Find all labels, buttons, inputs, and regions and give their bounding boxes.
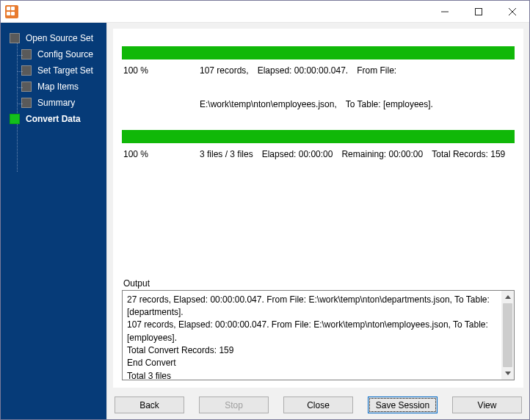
app-icon bbox=[5, 5, 18, 18]
sidebar-item-label: Config Source bbox=[37, 49, 93, 59]
chevron-down-icon bbox=[505, 372, 511, 375]
total-records: Total Records: 159 bbox=[432, 148, 505, 161]
button-row: Back Stop Close Save Session View bbox=[113, 394, 523, 413]
total-progress-stats: 100 % 3 files / 3 files Elapsed: 00:00:0… bbox=[122, 143, 515, 170]
svg-rect-1 bbox=[476, 8, 482, 15]
records-count: 107 records, bbox=[200, 64, 249, 77]
chevron-up-icon bbox=[505, 295, 511, 299]
step-box-icon bbox=[21, 49, 32, 59]
sidebar-item-label: Summary bbox=[37, 98, 75, 108]
wizard-sidebar: Open Source Set Config Source Set Target… bbox=[1, 23, 106, 419]
output-label: Output bbox=[122, 278, 515, 289]
total-elapsed: Elapsed: 00:00:00 bbox=[262, 148, 333, 161]
output-block: Output 27 records, Elapsed: 00:00:00.047… bbox=[122, 278, 515, 381]
back-button[interactable]: Back bbox=[115, 397, 184, 413]
main-panel: 100 % 107 records, Elapsed: 00:00:00.047… bbox=[106, 23, 529, 419]
to-table-value: To Table: [employees]. bbox=[346, 98, 433, 111]
save-session-button[interactable]: Save Session bbox=[368, 397, 438, 413]
view-button[interactable]: View bbox=[452, 397, 522, 413]
maximize-button[interactable] bbox=[462, 1, 495, 23]
vertical-scrollbar[interactable] bbox=[501, 291, 514, 380]
total-progress-percent: 100 % bbox=[123, 148, 191, 161]
elapsed-value: Elapsed: 00:00:00.047. bbox=[258, 64, 348, 77]
canvas: 100 % 107 records, Elapsed: 00:00:00.047… bbox=[113, 29, 523, 388]
close-window-button[interactable] bbox=[495, 1, 529, 23]
total-progress-bar bbox=[122, 130, 515, 143]
sidebar-item-open-source[interactable]: Open Source Set bbox=[10, 30, 102, 46]
output-line: 27 records, Elapsed: 00:00:00.047. From … bbox=[127, 294, 497, 319]
remaining-value: Remaining: 00:00:00 bbox=[341, 148, 423, 161]
output-line: End Convert bbox=[127, 357, 497, 369]
step-box-icon bbox=[10, 114, 20, 124]
sidebar-item-label: Open Source Set bbox=[26, 33, 93, 43]
output-textarea[interactable]: 27 records, Elapsed: 00:00:00.047. From … bbox=[122, 290, 515, 381]
sidebar-item-summary[interactable]: Summary bbox=[21, 95, 102, 111]
step-box-icon bbox=[21, 82, 32, 92]
output-line: Total Convert Records: 159 bbox=[127, 344, 497, 357]
scrollbar-track[interactable] bbox=[501, 303, 514, 368]
app-window: Open Source Set Config Source Set Target… bbox=[0, 0, 530, 420]
files-count: 3 files / 3 files bbox=[200, 148, 253, 161]
file-progress-bar bbox=[122, 46, 515, 59]
titlebar bbox=[1, 1, 529, 23]
content-area: Open Source Set Config Source Set Target… bbox=[1, 23, 529, 419]
sidebar-item-map-items[interactable]: Map Items bbox=[21, 79, 102, 95]
step-box-icon bbox=[10, 33, 20, 43]
minimize-button[interactable] bbox=[428, 1, 462, 23]
scrollbar-thumb[interactable] bbox=[503, 303, 512, 368]
tree-connector bbox=[17, 40, 18, 172]
step-box-icon bbox=[21, 65, 32, 76]
stop-button[interactable]: Stop bbox=[199, 397, 269, 413]
file-progress-stats: 100 % 107 records, Elapsed: 00:00:00.047… bbox=[122, 59, 515, 120]
sidebar-item-label: Map Items bbox=[37, 82, 79, 92]
close-button[interactable]: Close bbox=[283, 397, 353, 413]
sidebar-item-label: Set Target Set bbox=[37, 65, 93, 76]
output-line: Total 3 files bbox=[127, 370, 497, 380]
scrollbar-up-button[interactable] bbox=[501, 291, 514, 303]
from-file-path: E:\work\temp\nton\employees.json, bbox=[200, 98, 337, 111]
output-content: 27 records, Elapsed: 00:00:00.047. From … bbox=[123, 291, 501, 380]
sidebar-item-label: Convert Data bbox=[26, 114, 81, 124]
from-file-label: From File: bbox=[357, 64, 396, 77]
scrollbar-down-button[interactable] bbox=[501, 367, 514, 380]
output-line: 107 records, Elapsed: 00:00:00.047. From… bbox=[127, 319, 497, 344]
sidebar-item-convert-data[interactable]: Convert Data bbox=[10, 111, 102, 127]
step-box-icon bbox=[21, 98, 32, 108]
file-progress-percent: 100 % bbox=[123, 64, 191, 77]
sidebar-item-config-source[interactable]: Config Source bbox=[21, 46, 102, 62]
sidebar-item-set-target[interactable]: Set Target Set bbox=[21, 62, 102, 79]
